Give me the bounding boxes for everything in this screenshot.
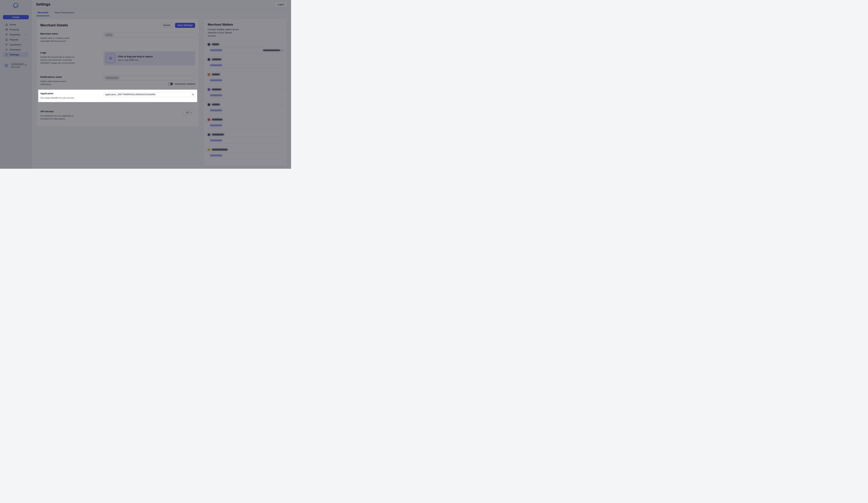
dim-overlay [0, 0, 291, 169]
application-label: Application [40, 92, 98, 95]
application-row-highlighted: Application The unique identifier for yo… [38, 90, 197, 102]
application-description: The unique identifier for your account. [40, 96, 75, 100]
copy-button[interactable] [190, 92, 195, 97]
application-id-field: application_398776bf6ff3481c89b65d2618dd… [104, 92, 195, 97]
application-id-value[interactable]: application_398776bf6ff3481c89b65d2618dd… [104, 92, 190, 97]
settings-page: Create Home Products Payments Payouts [0, 0, 291, 169]
copy-icon [192, 93, 194, 95]
